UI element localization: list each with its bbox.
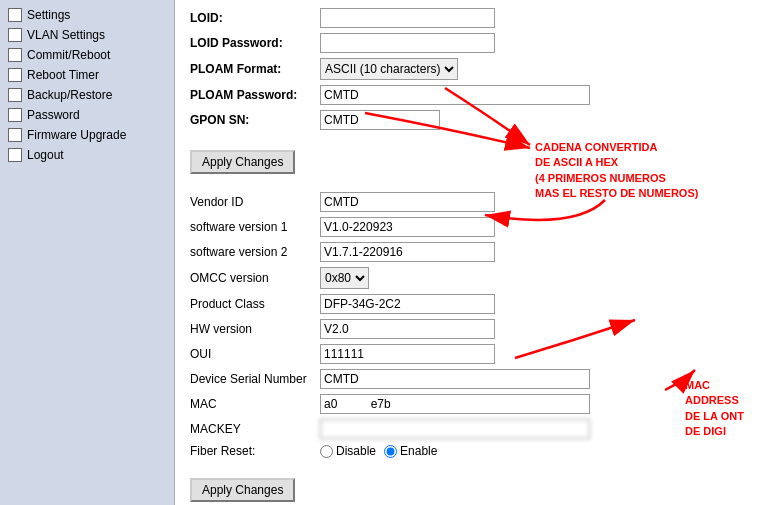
sidebar-item-label: Settings — [27, 8, 70, 22]
loid-password-row: LOID Password: — [190, 33, 742, 53]
mac-label: MAC — [190, 397, 320, 411]
hw-version-label: HW version — [190, 322, 320, 336]
ploam-format-label: PLOAM Format: — [190, 62, 320, 76]
vendor-id-label: Vendor ID — [190, 195, 320, 209]
sidebar-item-label: VLAN Settings — [27, 28, 105, 42]
top-form-section: LOID: LOID Password: PLOAM Format: ASCII… — [190, 8, 742, 130]
fiber-reset-row: Fiber Reset: Disable Enable — [190, 444, 742, 458]
sidebar-item-firmware[interactable]: Firmware Upgrade — [0, 125, 174, 145]
loid-input[interactable] — [320, 8, 495, 28]
oui-row: OUI — [190, 344, 742, 364]
vlan-icon — [8, 28, 22, 42]
omcc-row: OMCC version 0x80 — [190, 267, 742, 289]
sw-version2-label: software version 2 — [190, 245, 320, 259]
settings-icon — [8, 8, 22, 22]
sidebar-item-vlan[interactable]: VLAN Settings — [0, 25, 174, 45]
sidebar-item-label: Logout — [27, 148, 64, 162]
ploam-format-select[interactable]: ASCII (10 characters) HEX — [320, 58, 458, 80]
product-class-input[interactable] — [320, 294, 495, 314]
oui-label: OUI — [190, 347, 320, 361]
apply-changes-bottom-container: Apply Changes — [190, 470, 742, 505]
fiber-enable-option: Enable — [384, 444, 437, 458]
product-class-row: Product Class — [190, 294, 742, 314]
gpon-sn-row: GPON SN: — [190, 110, 742, 130]
loid-password-label: LOID Password: — [190, 36, 320, 50]
device-serial-input[interactable] — [320, 369, 590, 389]
device-serial-label: Device Serial Number — [190, 372, 320, 386]
reboot-icon — [8, 68, 22, 82]
sidebar-item-label: Backup/Restore — [27, 88, 112, 102]
bottom-form-section: Vendor ID software version 1 software ve… — [190, 192, 742, 458]
sidebar-item-backup[interactable]: Backup/Restore — [0, 85, 174, 105]
sidebar-item-commit[interactable]: Commit/Reboot — [0, 45, 174, 65]
sw-version2-row: software version 2 — [190, 242, 742, 262]
omcc-select[interactable]: 0x80 — [320, 267, 369, 289]
firmware-icon — [8, 128, 22, 142]
cadena-annotation: CADENA CONVERTIDA DE ASCII A HEX (4 PRIM… — [535, 140, 698, 202]
fiber-enable-label: Enable — [400, 444, 437, 458]
mac-row: MAC — [190, 394, 742, 414]
sidebar-item-label: Commit/Reboot — [27, 48, 110, 62]
loid-row: LOID: — [190, 8, 742, 28]
fiber-reset-radio-group: Disable Enable — [320, 444, 437, 458]
loid-password-input[interactable] — [320, 33, 495, 53]
mackey-row: MACKEY — [190, 419, 742, 439]
sidebar-item-label: Reboot Timer — [27, 68, 99, 82]
backup-icon — [8, 88, 22, 102]
ploam-password-input[interactable] — [320, 85, 590, 105]
sidebar-item-label: Password — [27, 108, 80, 122]
loid-label: LOID: — [190, 11, 320, 25]
device-serial-row: Device Serial Number — [190, 369, 742, 389]
product-class-label: Product Class — [190, 297, 320, 311]
mackey-label: MACKEY — [190, 422, 320, 436]
sw-version2-input[interactable] — [320, 242, 495, 262]
apply-changes-bottom-button[interactable]: Apply Changes — [190, 478, 295, 502]
omcc-label: OMCC version — [190, 271, 320, 285]
fiber-disable-label: Disable — [336, 444, 376, 458]
sw-version1-row: software version 1 — [190, 217, 742, 237]
gpon-sn-input[interactable] — [320, 110, 440, 130]
mac-annotation: MAC ADDRESS DE LA ONT DE DIGI — [685, 378, 757, 440]
ploam-password-row: PLOAM Password: — [190, 85, 742, 105]
main-content: LOID: LOID Password: PLOAM Format: ASCII… — [175, 0, 757, 505]
sw-version1-input[interactable] — [320, 217, 495, 237]
sidebar-item-settings[interactable]: Settings — [0, 5, 174, 25]
vendor-id-input[interactable] — [320, 192, 495, 212]
sidebar-item-password[interactable]: Password — [0, 105, 174, 125]
commit-icon — [8, 48, 22, 62]
fiber-disable-radio[interactable] — [320, 445, 333, 458]
ploam-format-row: PLOAM Format: ASCII (10 characters) HEX — [190, 58, 742, 80]
hw-version-input[interactable] — [320, 319, 495, 339]
mac-input[interactable] — [320, 394, 590, 414]
gpon-sn-label: GPON SN: — [190, 113, 320, 127]
hw-version-row: HW version — [190, 319, 742, 339]
apply-changes-top-button[interactable]: Apply Changes — [190, 150, 295, 174]
ploam-password-label: PLOAM Password: — [190, 88, 320, 102]
sidebar-item-reboot[interactable]: Reboot Timer — [0, 65, 174, 85]
logout-icon — [8, 148, 22, 162]
fiber-reset-label: Fiber Reset: — [190, 444, 320, 458]
mackey-input[interactable] — [320, 419, 590, 439]
sidebar-item-logout[interactable]: Logout — [0, 145, 174, 165]
fiber-enable-radio[interactable] — [384, 445, 397, 458]
sidebar-item-label: Firmware Upgrade — [27, 128, 126, 142]
password-icon — [8, 108, 22, 122]
sidebar: Settings VLAN Settings Commit/Reboot Reb… — [0, 0, 175, 505]
fiber-disable-option: Disable — [320, 444, 376, 458]
sw-version1-label: software version 1 — [190, 220, 320, 234]
oui-input[interactable] — [320, 344, 495, 364]
